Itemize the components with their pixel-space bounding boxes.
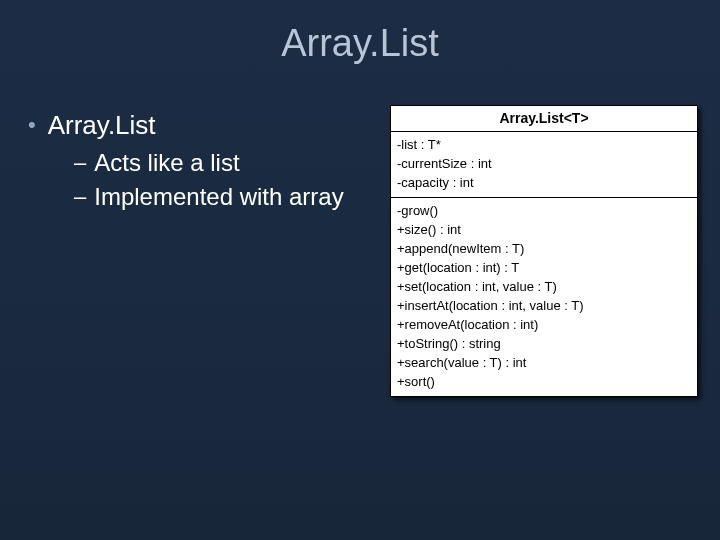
sub-bullet-item: – Acts like a list [74,148,358,178]
uml-attribute: -list : T* [397,135,691,154]
dash-icon: – [74,148,86,178]
uml-attribute: -capacity : int [397,173,691,192]
uml-operation: +removeAt(location : int) [397,315,691,334]
uml-operation: +set(location : int, value : T) [397,277,691,296]
content-block: • Array.List – Acts like a list – Implem… [28,110,358,216]
uml-operation: +get(location : int) : T [397,258,691,277]
bullet-dot-icon: • [28,110,36,140]
sub-bullet-list: – Acts like a list – Implemented with ar… [74,148,358,212]
uml-attribute: -currentSize : int [397,154,691,173]
bullet-level1: • Array.List [28,110,358,140]
sub-bullet-item: – Implemented with array [74,182,358,212]
uml-operation: +toString() : string [397,334,691,353]
uml-operations-section: -grow() +size() : int +append(newItem : … [391,198,697,396]
sub-bullet-text: Acts like a list [94,148,239,178]
uml-operation: -grow() [397,201,691,220]
sub-bullet-text: Implemented with array [94,182,343,212]
dash-icon: – [74,182,86,212]
uml-operation: +size() : int [397,220,691,239]
slide-title: Array.List [0,0,720,65]
uml-operation: +append(newItem : T) [397,239,691,258]
uml-class-name: Array.List<T> [391,106,697,132]
bullet-text: Array.List [48,110,156,140]
uml-operation: +search(value : T) : int [397,353,691,372]
uml-attributes-section: -list : T* -currentSize : int -capacity … [391,132,697,198]
uml-operation: +sort() [397,372,691,391]
uml-class-diagram: Array.List<T> -list : T* -currentSize : … [390,105,698,397]
uml-operation: +insertAt(location : int, value : T) [397,296,691,315]
